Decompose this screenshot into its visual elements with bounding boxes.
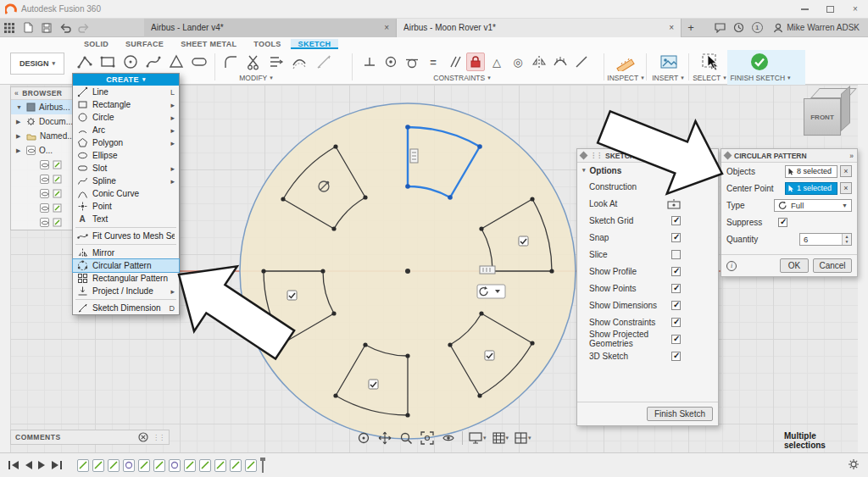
fit-view-icon[interactable] — [420, 430, 435, 446]
user-account[interactable]: Mike Warren ADSK — [773, 23, 860, 33]
polygon-tool-icon[interactable] — [166, 52, 186, 72]
timeline-feature-icon[interactable] — [230, 459, 242, 472]
document-tab-moon-rover[interactable]: Airbus - Moon Rover v1* × — [397, 19, 682, 37]
circle-tool-icon[interactable] — [120, 52, 141, 72]
select-tool-icon[interactable] — [700, 52, 721, 72]
show-points-checkbox[interactable] — [671, 284, 681, 293]
file-menu-icon[interactable] — [19, 19, 37, 37]
visibility-icon[interactable] — [26, 146, 36, 155]
sketch-palette-header[interactable]: ⋮⋮ SKETCH PALETTE » — [577, 149, 718, 163]
expand-panel-icon[interactable]: » — [710, 152, 715, 160]
finish-sketch-group-label[interactable]: FINISH SKETCH▾ — [730, 74, 790, 82]
create-menu-header[interactable]: CREATE▾ — [73, 74, 179, 86]
constraints-group-label[interactable]: CONSTRAINTS▾ — [433, 74, 490, 82]
menu-item-sketch-dimension[interactable]: Sketch Dimension D — [73, 302, 179, 314]
pan-icon[interactable] — [377, 430, 392, 446]
curvature-constraint-icon[interactable] — [551, 53, 570, 71]
view-cube-front-face[interactable]: FRONT — [804, 98, 841, 136]
timeline-feature-icon[interactable] — [138, 459, 150, 472]
spline-tool-icon[interactable] — [143, 52, 164, 72]
maximize-button[interactable] — [817, 0, 843, 19]
comments-disabled-icon[interactable] — [138, 432, 148, 442]
sketch-dimension-tool-icon[interactable] — [314, 52, 334, 72]
menu-item-project-include[interactable]: Project / Include ▸ — [73, 285, 179, 297]
tab-close-icon[interactable]: × — [384, 23, 389, 32]
slice-checkbox[interactable] — [671, 250, 681, 259]
equal-constraint-icon[interactable]: = — [424, 53, 442, 71]
show-dimensions-checkbox[interactable] — [671, 301, 681, 310]
tab-solid[interactable]: SOLID — [76, 39, 116, 49]
orbit-icon[interactable] — [356, 430, 371, 446]
skip-to-end-icon[interactable] — [52, 461, 62, 469]
menu-item-circle[interactable]: Circle ▸ — [73, 111, 179, 124]
finish-sketch-button[interactable]: Finish Sketch — [647, 407, 713, 421]
document-tab-lander[interactable]: Airbus - Lander v4* × — [144, 19, 397, 37]
options-section[interactable]: ▾ Options — [577, 163, 718, 178]
lock-constraint-icon[interactable] — [466, 53, 485, 71]
drag-grip-icon[interactable]: ⋮⋮ — [153, 434, 164, 441]
type-dropdown[interactable]: Full ▼ — [774, 199, 852, 212]
expand-icon[interactable]: ▶ — [16, 133, 23, 140]
sketch-grid-checkbox[interactable] — [671, 216, 681, 225]
menu-item-rectangular-pattern[interactable]: Rectangular Pattern — [73, 272, 179, 285]
timeline-feature-icon[interactable] — [123, 459, 135, 472]
modify-group-label[interactable]: MODIFY▾ — [239, 74, 273, 82]
view-cube[interactable]: FRONT — [804, 88, 858, 142]
look-at-icon[interactable] — [667, 198, 681, 209]
menu-item-slot[interactable]: Slot ▸ — [73, 162, 179, 175]
show-profile-checkbox[interactable] — [671, 267, 681, 276]
inspect-group-label[interactable]: INSPECT▾ — [607, 74, 643, 82]
menu-item-spline[interactable]: Spline ▸ — [73, 175, 179, 187]
menu-item-line[interactable]: Line L — [73, 86, 179, 98]
timeline-position-marker[interactable] — [262, 458, 264, 473]
timeline-settings-gear-icon[interactable] — [848, 458, 860, 472]
rectangle-tool-icon[interactable] — [97, 52, 118, 72]
skip-to-start-icon[interactable] — [8, 461, 19, 469]
timeline-feature-icon[interactable] — [184, 459, 196, 472]
info-icon[interactable]: i — [726, 261, 737, 271]
timeline-feature-icon[interactable] — [77, 459, 89, 472]
visibility-icon[interactable] — [40, 203, 49, 213]
horizontal-vertical-constraint-icon[interactable] — [360, 53, 379, 71]
menu-item-rectangle[interactable]: Rectangle ▸ — [73, 98, 179, 111]
close-button[interactable]: × — [843, 0, 868, 19]
tab-surface[interactable]: SURFACE — [118, 39, 171, 49]
timeline-feature-icon[interactable] — [92, 459, 104, 472]
quantity-stepper[interactable]: 6 ▲▼ — [799, 233, 852, 246]
minimize-button[interactable] — [792, 0, 817, 19]
finish-sketch-icon[interactable] — [749, 52, 770, 72]
undo-icon[interactable] — [56, 19, 75, 37]
midpoint-constraint-icon[interactable]: △ — [487, 53, 506, 71]
tangent-constraint-icon[interactable] — [403, 53, 421, 71]
comments-bar[interactable]: COMMENTS ⋮⋮ — [10, 430, 170, 445]
symmetry-constraint-icon[interactable] — [530, 53, 548, 71]
timeline-feature-icon[interactable] — [245, 459, 257, 472]
job-status-icon[interactable] — [729, 19, 748, 37]
menu-item-conic-curve[interactable]: Conic Curve — [73, 187, 179, 200]
grid-snap-menu[interactable]: ▾ — [492, 432, 509, 444]
rotate-handle[interactable] — [477, 285, 505, 298]
origin-point[interactable] — [405, 269, 410, 274]
save-icon[interactable] — [37, 19, 56, 37]
view-cube-right-face[interactable] — [841, 86, 850, 131]
select-group-label[interactable]: SELECT▾ — [693, 74, 726, 82]
menu-item-arc[interactable]: Arc ▸ — [73, 124, 179, 136]
clear-objects-button[interactable]: × — [840, 165, 852, 177]
display-settings-menu[interactable]: ▾ — [469, 432, 487, 444]
menu-item-ellipse[interactable]: Ellipse — [73, 149, 179, 162]
parallel-constraint-icon[interactable] — [445, 53, 464, 71]
concentric-constraint-icon[interactable]: ◎ — [509, 53, 527, 71]
comment-bubble-icon[interactable] — [710, 19, 729, 37]
timeline-feature-icon[interactable] — [169, 459, 181, 472]
clear-center-point-button[interactable]: × — [840, 182, 852, 194]
center-point-selection-field[interactable]: 1 selected — [785, 182, 837, 195]
app-grid-icon[interactable] — [0, 19, 19, 37]
visibility-icon[interactable] — [40, 160, 49, 169]
offset-tool-icon[interactable] — [289, 52, 309, 72]
collinear-constraint-icon[interactable] — [572, 53, 591, 71]
menu-item-mirror[interactable]: Mirror — [73, 247, 179, 259]
tab-sketch[interactable]: SKETCH — [291, 39, 339, 49]
look-at-icon[interactable] — [441, 430, 456, 446]
snap-checkbox[interactable] — [671, 233, 681, 242]
redo-icon[interactable] — [75, 19, 93, 37]
